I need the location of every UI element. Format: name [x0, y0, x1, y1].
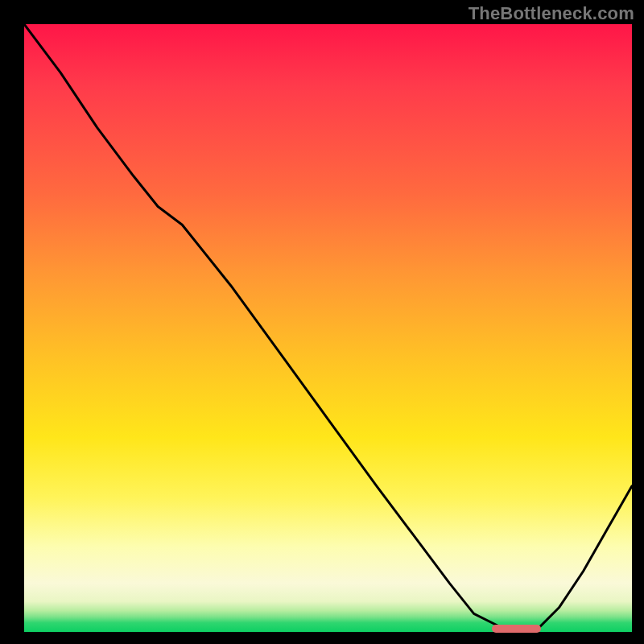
chart-frame: TheBottleneck.com	[0, 0, 644, 644]
attribution-text: TheBottleneck.com	[469, 3, 634, 24]
bottleneck-curve	[24, 24, 632, 632]
plot-area	[24, 24, 632, 632]
optimum-marker	[492, 625, 540, 633]
